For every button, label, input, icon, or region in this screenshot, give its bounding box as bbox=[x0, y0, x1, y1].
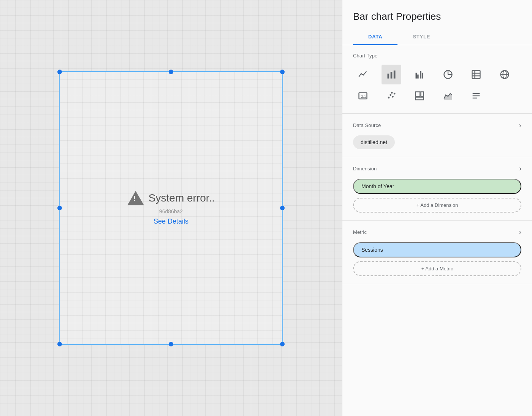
dimension-month-of-year[interactable]: Month of Year bbox=[353, 179, 521, 194]
chart-type-geo[interactable] bbox=[495, 65, 515, 84]
svg-point-21 bbox=[392, 96, 394, 98]
dimension-label: Dimension bbox=[353, 166, 377, 171]
section-data-source: Data Source › distilled.net bbox=[342, 114, 532, 157]
svg-rect-5 bbox=[420, 71, 421, 79]
chart-content: System error.. 96d86ba2 See Details bbox=[60, 72, 282, 344]
svg-rect-1 bbox=[390, 72, 392, 79]
section-metric: Metric › Sessions + Add a Metric bbox=[342, 221, 532, 284]
svg-rect-25 bbox=[421, 92, 424, 97]
chart-type-scorecard[interactable]: 2.1 bbox=[353, 86, 373, 106]
handle-top-right[interactable] bbox=[280, 70, 285, 74]
svg-point-20 bbox=[390, 94, 391, 96]
error-row: System error.. bbox=[127, 191, 215, 205]
section-chart-type: Chart Type bbox=[342, 45, 532, 114]
properties-panel: Bar chart Properties DATA STYLE Chart Ty… bbox=[342, 0, 532, 416]
chart-type-scatter[interactable] bbox=[382, 86, 401, 106]
chart-type-area[interactable] bbox=[438, 86, 458, 106]
chart-type-bar[interactable] bbox=[382, 65, 401, 84]
metric-chevron-icon[interactable]: › bbox=[519, 228, 521, 236]
data-source-pill[interactable]: distilled.net bbox=[353, 135, 395, 149]
error-code: 96d86ba2 bbox=[159, 208, 183, 214]
svg-rect-24 bbox=[416, 92, 420, 97]
svg-rect-6 bbox=[422, 73, 423, 78]
svg-rect-4 bbox=[417, 75, 419, 79]
chart-widget[interactable]: System error.. 96d86ba2 See Details bbox=[59, 71, 283, 345]
chart-type-table[interactable] bbox=[466, 65, 486, 84]
chart-type-header: Chart Type bbox=[353, 53, 521, 59]
handle-bottom-left[interactable] bbox=[57, 342, 62, 346]
metric-label: Metric bbox=[353, 229, 367, 235]
data-source-header[interactable]: Data Source › bbox=[353, 121, 521, 129]
handle-middle-right[interactable] bbox=[280, 206, 285, 210]
handle-bottom-center[interactable] bbox=[169, 342, 173, 346]
section-dimension: Dimension › Month of Year + Add a Dimens… bbox=[342, 157, 532, 221]
svg-rect-2 bbox=[393, 71, 395, 79]
warning-icon bbox=[127, 191, 144, 205]
svg-rect-26 bbox=[416, 97, 424, 100]
handle-top-left[interactable] bbox=[57, 70, 62, 74]
chart-type-pie[interactable] bbox=[438, 65, 458, 84]
panel-title: Bar chart Properties bbox=[353, 11, 521, 22]
svg-text:2.1: 2.1 bbox=[361, 95, 366, 98]
add-metric-button[interactable]: + Add a Metric bbox=[353, 261, 521, 276]
svg-rect-3 bbox=[416, 73, 417, 78]
chart-type-grouped-bar[interactable] bbox=[410, 65, 429, 84]
chart-type-treemap[interactable] bbox=[410, 86, 429, 106]
dimension-chevron-icon[interactable]: › bbox=[519, 165, 521, 173]
add-dimension-button[interactable]: + Add a Dimension bbox=[353, 198, 521, 213]
svg-rect-0 bbox=[387, 74, 389, 79]
svg-point-22 bbox=[393, 93, 395, 95]
see-details-link[interactable]: See Details bbox=[154, 218, 188, 225]
handle-middle-left[interactable] bbox=[57, 206, 62, 210]
svg-marker-27 bbox=[444, 94, 452, 100]
tabs-container: DATA STYLE bbox=[342, 29, 532, 45]
data-source-label: Data Source bbox=[353, 122, 381, 128]
chart-type-label: Chart Type bbox=[353, 53, 377, 59]
metric-sessions[interactable]: Sessions bbox=[353, 242, 521, 257]
data-source-chevron-icon[interactable]: › bbox=[519, 121, 521, 129]
handle-bottom-right[interactable] bbox=[280, 342, 285, 346]
tab-style[interactable]: STYLE bbox=[397, 29, 445, 45]
chart-type-bullet[interactable] bbox=[466, 86, 486, 106]
tab-data[interactable]: DATA bbox=[353, 29, 397, 45]
handle-top-center[interactable] bbox=[169, 70, 173, 74]
svg-rect-10 bbox=[472, 71, 480, 79]
svg-point-23 bbox=[391, 92, 393, 94]
panel-header: Bar chart Properties bbox=[342, 0, 532, 29]
error-title: System error.. bbox=[149, 192, 215, 204]
svg-point-19 bbox=[388, 97, 390, 98]
chart-types-grid: 2.1 bbox=[353, 65, 521, 106]
dimension-header[interactable]: Dimension › bbox=[353, 165, 521, 173]
chart-type-line[interactable] bbox=[353, 65, 373, 84]
canvas-area: System error.. 96d86ba2 See Details bbox=[0, 0, 342, 416]
metric-header[interactable]: Metric › bbox=[353, 228, 521, 236]
